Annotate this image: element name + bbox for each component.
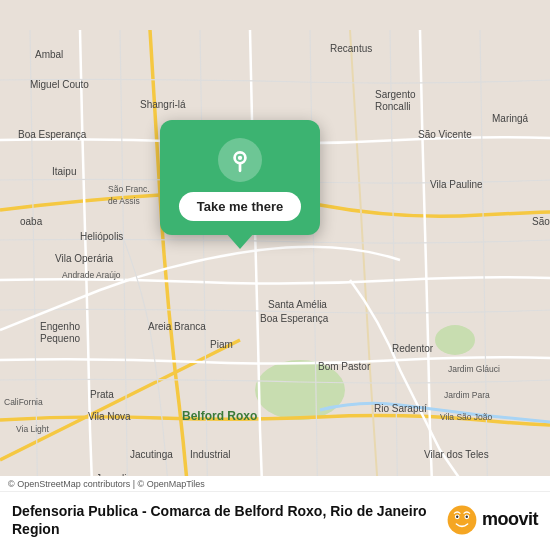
place-name: Defensoria Publica - Comarca de Belford … — [12, 502, 436, 538]
take-me-there-button[interactable]: Take me there — [179, 192, 301, 221]
place-info: Defensoria Publica - Comarca de Belford … — [0, 492, 550, 550]
location-pin-icon — [218, 138, 262, 182]
svg-point-45 — [448, 505, 477, 534]
svg-text:Shangri-lá: Shangri-lá — [140, 99, 186, 110]
svg-text:Miguel Couto: Miguel Couto — [30, 79, 89, 90]
svg-text:Recantus: Recantus — [330, 43, 372, 54]
svg-text:Areia Branca: Areia Branca — [148, 321, 206, 332]
svg-text:oaba: oaba — [20, 216, 43, 227]
svg-point-44 — [238, 156, 242, 160]
attribution-text: © OpenStreetMap contributors | © OpenMap… — [0, 476, 550, 492]
svg-text:São: São — [532, 216, 550, 227]
svg-text:Rio Sarapuí: Rio Sarapuí — [374, 403, 427, 414]
map-svg: Ambal Miguel Couto Recantus Shangri-lá S… — [0, 0, 550, 550]
svg-text:Roncalli: Roncalli — [375, 101, 411, 112]
svg-text:Industrial: Industrial — [190, 449, 231, 460]
svg-text:Vila São João: Vila São João — [440, 412, 493, 422]
moovit-text: moovit — [482, 509, 538, 530]
place-text: Defensoria Publica - Comarca de Belford … — [12, 502, 436, 538]
svg-point-49 — [466, 515, 468, 517]
svg-text:Boa Esperança: Boa Esperança — [260, 313, 329, 324]
svg-text:Pequeno: Pequeno — [40, 333, 80, 344]
popup-card: Take me there — [160, 120, 320, 235]
svg-text:Vila Operária: Vila Operária — [55, 253, 114, 264]
svg-text:Jacutinga: Jacutinga — [130, 449, 173, 460]
svg-text:Itaipu: Itaipu — [52, 166, 76, 177]
svg-text:de Assis: de Assis — [108, 196, 140, 206]
svg-text:Bom Pastor: Bom Pastor — [318, 361, 371, 372]
svg-text:Belford Roxo: Belford Roxo — [182, 409, 257, 423]
svg-point-1 — [435, 325, 475, 355]
bottom-bar: © OpenStreetMap contributors | © OpenMap… — [0, 476, 550, 550]
svg-text:CaliFornia: CaliFornia — [4, 397, 43, 407]
svg-text:Jardim Para: Jardim Para — [444, 390, 490, 400]
svg-text:Redentor: Redentor — [392, 343, 434, 354]
map-container: Ambal Miguel Couto Recantus Shangri-lá S… — [0, 0, 550, 550]
svg-text:Andrade Araújo: Andrade Araújo — [62, 270, 121, 280]
svg-text:Engenho: Engenho — [40, 321, 80, 332]
svg-text:Vila Pauline: Vila Pauline — [430, 179, 483, 190]
svg-text:São Vicente: São Vicente — [418, 129, 472, 140]
svg-text:Vilar dos Teles: Vilar dos Teles — [424, 449, 489, 460]
moovit-icon — [446, 504, 478, 536]
svg-text:Vila Nova: Vila Nova — [88, 411, 131, 422]
moovit-logo: moovit — [446, 504, 538, 536]
svg-text:Via Light: Via Light — [16, 424, 50, 434]
svg-text:Prata: Prata — [90, 389, 114, 400]
svg-point-48 — [456, 515, 458, 517]
svg-text:Jardim Gláuci: Jardim Gláuci — [448, 364, 500, 374]
svg-text:Maringá: Maringá — [492, 113, 529, 124]
svg-text:Santa Amélia: Santa Amélia — [268, 299, 327, 310]
svg-text:Sargento: Sargento — [375, 89, 416, 100]
svg-text:Ambal: Ambal — [35, 49, 63, 60]
svg-text:São Franc.: São Franc. — [108, 184, 150, 194]
svg-text:Piam: Piam — [210, 339, 233, 350]
svg-text:Heliópolis: Heliópolis — [80, 231, 123, 242]
svg-text:Boa Esperança: Boa Esperança — [18, 129, 87, 140]
